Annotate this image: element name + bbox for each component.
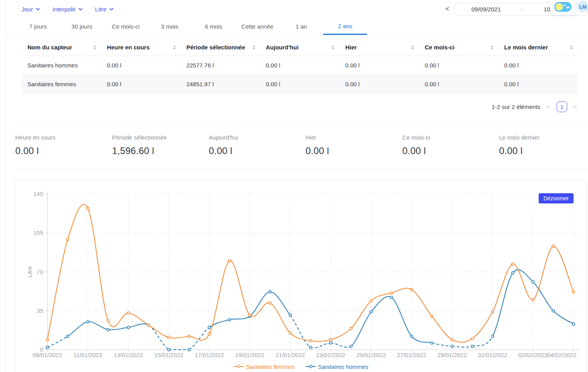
series-line-hommes [88,321,108,329]
series-line-femmes [533,246,554,299]
sort-icon[interactable] [252,45,255,50]
sensor-name-link[interactable]: Sanitaires femmes [22,74,101,93]
tab-3-mois[interactable]: 3 mois [148,18,192,35]
data-point-marker [66,335,69,337]
legend-item-hommes[interactable]: Sanitaires hommes [306,363,368,370]
legend-item-femmes[interactable]: Sanitaires femmes [233,363,295,370]
stat-ce-mois-ci: Ce mois-ci 0.00 l [402,134,499,169]
tab-30-jours[interactable]: 30 jours [60,18,104,35]
table-row: Sanitaires hommes 0.00 l 22577.76 l 0.00… [22,56,578,74]
series-line-hommes [290,315,311,347]
data-point-marker [46,338,49,341]
stat-le-mois-dernier: Le mois dernier 0.00 l [499,134,588,169]
series-line-hommes [553,310,574,324]
interpolation-dropdown[interactable]: Interpolé [52,6,82,13]
data-point-marker [471,337,474,339]
interpolation-dropdown-label: Interpolé [52,6,75,13]
cell-value: 0.00 l [498,56,578,74]
stat-hier: Hier 0.00 l [306,134,402,169]
pagination-summary: 1-2 sur 2 éléments [492,103,540,110]
data-point-marker [208,326,210,328]
column-header: Le mois dernier [504,44,548,51]
series-line-femmes [452,338,472,342]
cell-value: 22577.76 l [181,56,260,74]
cell-value: 0.00 l [339,74,419,93]
data-point-marker [451,338,453,341]
data-point-marker [46,346,49,348]
legend-label: Sanitaires femmes [246,363,295,370]
start-date-value[interactable]: 09/09/2021 [455,6,517,13]
dezoom-button[interactable]: Dézoomer [539,193,574,203]
cell-value: 0.00 l [101,56,181,74]
data-point-marker [552,309,554,312]
series-line-hommes [432,343,452,346]
sun-icon [555,3,563,11]
tab-1-an[interactable]: 1 an [279,18,323,35]
pagination-next-icon[interactable]: > [574,103,577,111]
legend-label: Sanitaires hommes [318,363,368,370]
series-line-femmes [47,240,68,339]
cell-value: 0.00 l [260,56,340,74]
series-line-hommes [47,336,68,347]
sort-icon[interactable] [570,45,573,50]
pagination-page-1[interactable]: 1 [557,102,567,112]
series-line-hommes [148,325,169,349]
chevron-down-icon [78,8,83,11]
column-header: Période sélectionnée [186,44,245,51]
series-line-femmes [331,328,351,339]
chart-legend: Sanitaires femmes Sanitaires hommes [15,363,586,370]
series-line-femmes [189,334,210,340]
sort-icon[interactable] [173,45,176,50]
tab-7-jours[interactable]: 7 jours [16,18,60,35]
tab-2-ans[interactable]: 2 ans [323,18,367,35]
stat-periode-selectionnee: Période sélectionnée 1,596.60 l [112,134,209,169]
collapsed-sidebar-edge [0,0,6,372]
data-point-marker [188,348,190,350]
x-tick-label: 02/02/2022 [518,352,548,358]
granularity-dropdown[interactable]: Jour [22,6,40,13]
y-tick-label: 105 [33,229,43,236]
x-tick-label: 04/02/2022 [547,352,576,358]
user-avatar[interactable]: LM [577,1,588,13]
line-marker-icon [306,364,316,369]
sort-icon[interactable] [331,45,335,50]
data-point-marker [329,341,332,344]
pagination-prev-icon[interactable]: < [546,103,550,111]
data-point-marker [329,338,332,341]
data-point-marker [431,315,433,317]
tab-6-mois[interactable]: 6 mois [192,18,235,35]
data-point-marker [411,288,413,290]
data-point-marker [289,314,291,316]
consumption-line-chart[interactable]: 03570105140Litre09/01/202211/01/202213/0… [15,180,587,360]
stat-value: 0.00 l [402,145,499,156]
series-line-femmes [351,301,371,328]
chart-card: 03570105140Litre09/01/202211/01/202213/0… [15,180,587,372]
sort-icon[interactable] [93,45,96,50]
sensor-name-link[interactable]: Sanitaires hommes [22,56,101,74]
data-point-marker [228,259,231,261]
series-line-hommes [472,336,493,346]
data-point-marker [208,333,210,335]
sort-icon[interactable] [490,45,494,50]
stat-label: Aujourd'hui [209,134,306,141]
x-tick-label: 25/01/2022 [356,352,386,358]
stat-label: Le mois dernier [499,134,588,141]
tab-cette-annee[interactable]: Cette année [235,18,279,35]
y-tick-label: 70 [36,268,43,275]
series-line-femmes [311,339,331,341]
data-point-marker [309,339,311,342]
cell-value: 24851.97 l [181,74,260,93]
series-line-femmes [250,303,270,316]
series-line-hommes [68,322,88,336]
x-tick-label: 27/01/2022 [397,352,426,358]
stat-label: Hier [306,134,402,141]
sort-icon[interactable] [411,45,414,50]
x-tick-label: 15/01/2022 [154,352,183,358]
unit-dropdown-label: Litre [95,6,107,13]
x-tick-label: 17/01/2022 [195,352,224,358]
tab-ce-mois-ci[interactable]: Ce mois-ci [104,18,148,35]
day-night-toggle[interactable]: ☁ ☁ [554,2,572,12]
series-line-hommes [311,343,331,348]
previous-period-button[interactable]: < [445,5,449,13]
unit-dropdown[interactable]: Litre [95,6,114,13]
